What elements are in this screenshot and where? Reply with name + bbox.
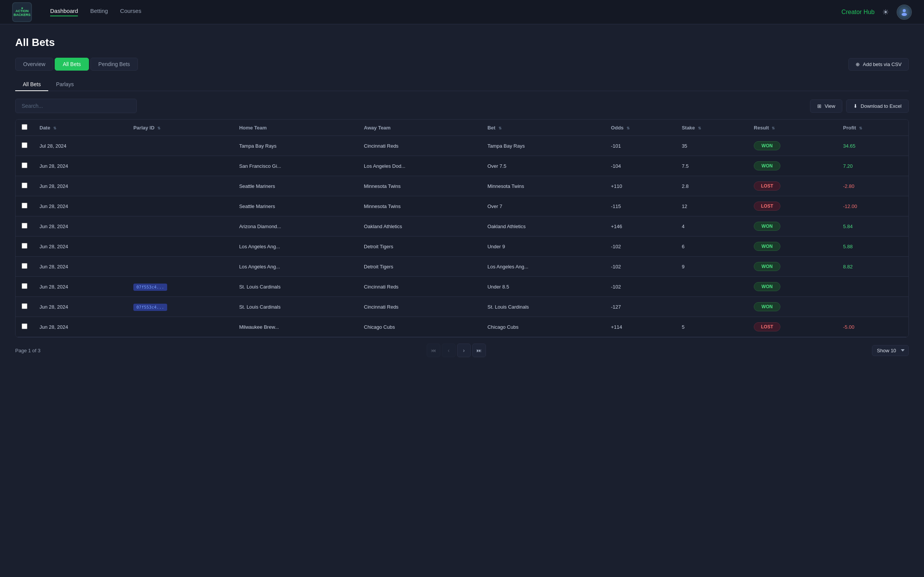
- row-date: Jun 28, 2024: [34, 237, 127, 256]
- result-badge: WON: [754, 302, 780, 311]
- row-profit: 7.20: [837, 156, 908, 176]
- logo: ★ ACTION BACKERS: [12, 2, 32, 22]
- row-bet: St. Louis Cardinals: [481, 297, 605, 317]
- next-page-button[interactable]: ›: [457, 343, 471, 357]
- row-odds: +114: [605, 317, 675, 337]
- table-row: Jun 28, 2024 07f553c4... St. Louis Cardi…: [16, 297, 908, 317]
- add-csv-button[interactable]: ⊕ Add bets via CSV: [848, 58, 909, 71]
- row-checkbox[interactable]: [22, 263, 27, 269]
- row-profit: -2.80: [837, 176, 908, 196]
- row-checkbox[interactable]: [22, 223, 27, 229]
- row-checkbox[interactable]: [22, 324, 27, 329]
- table-row: Jun 28, 2024 Arizona Diamond... Oakland …: [16, 216, 908, 237]
- nav-dashboard[interactable]: Dashboard: [50, 8, 78, 16]
- row-home-team: Tampa Bay Rays: [233, 136, 357, 156]
- row-checkbox-cell: [16, 216, 34, 237]
- table-row: Jun 28, 2024 San Francisco Gi... Los Ang…: [16, 156, 908, 176]
- nav-betting[interactable]: Betting: [90, 8, 108, 16]
- row-checkbox[interactable]: [22, 283, 27, 289]
- row-parlay-id: [127, 136, 233, 156]
- row-result: WON: [748, 237, 837, 256]
- download-excel-button[interactable]: ⬇ Download to Excel: [846, 100, 909, 113]
- result-badge: WON: [754, 141, 780, 150]
- row-stake: 35: [675, 136, 748, 156]
- select-all-checkbox[interactable]: [22, 124, 27, 130]
- result-badge: LOST: [754, 322, 780, 331]
- row-result: WON: [748, 136, 837, 156]
- bet-sort-icon: ⇅: [499, 126, 501, 130]
- sub-tab-parlays[interactable]: Parlays: [48, 78, 81, 91]
- tab-all-bets[interactable]: All Bets: [55, 58, 89, 71]
- date-sort-icon: ⇅: [53, 126, 56, 130]
- row-away-team: Los Angeles Dod...: [358, 156, 481, 176]
- row-odds: -115: [605, 196, 675, 216]
- row-stake: 5: [675, 317, 748, 337]
- col-bet[interactable]: Bet ⇅: [481, 119, 605, 136]
- row-home-team: Milwaukee Brew...: [233, 317, 357, 337]
- main-content: All Bets Overview All Bets Pending Bets …: [0, 24, 924, 369]
- top-tabs-row: Overview All Bets Pending Bets ⊕ Add bet…: [15, 58, 909, 71]
- col-result[interactable]: Result ⇅: [748, 119, 837, 136]
- show-per-page-select[interactable]: Show 10 Show 25 Show 50: [872, 345, 909, 356]
- first-page-button[interactable]: ⏮: [426, 343, 440, 357]
- view-button[interactable]: ⊞ View: [810, 100, 842, 113]
- table-row: Jun 28, 2024 07f553c4... St. Louis Cardi…: [16, 277, 908, 297]
- col-parlay-id[interactable]: Parlay ID ⇅: [127, 119, 233, 136]
- row-stake: [675, 277, 748, 297]
- row-odds: -104: [605, 156, 675, 176]
- tab-overview[interactable]: Overview: [15, 58, 53, 71]
- row-checkbox[interactable]: [22, 163, 27, 168]
- prev-page-button[interactable]: ‹: [442, 343, 456, 357]
- row-stake: 9: [675, 256, 748, 277]
- row-parlay-id: [127, 176, 233, 196]
- tab-pending-bets[interactable]: Pending Bets: [90, 58, 138, 71]
- col-stake[interactable]: Stake ⇅: [675, 119, 748, 136]
- row-profit: 5.88: [837, 237, 908, 256]
- navbar: ★ ACTION BACKERS Dashboard Betting Cours…: [0, 0, 924, 24]
- download-icon: ⬇: [853, 103, 858, 109]
- row-away-team: Cincinnati Reds: [358, 297, 481, 317]
- row-date: Jun 28, 2024: [34, 196, 127, 216]
- row-stake: [675, 297, 748, 317]
- row-home-team: Los Angeles Ang...: [233, 256, 357, 277]
- row-checkbox[interactable]: [22, 303, 27, 309]
- row-profit: [837, 277, 908, 297]
- row-checkbox[interactable]: [22, 243, 27, 249]
- row-profit: [837, 297, 908, 317]
- sub-tab-all-bets[interactable]: All Bets: [15, 78, 48, 91]
- logo-line2: BACKERS: [14, 13, 31, 17]
- parlay-id-sort-icon: ⇅: [157, 126, 160, 130]
- row-checkbox[interactable]: [22, 142, 27, 148]
- col-profit[interactable]: Profit ⇅: [837, 119, 908, 136]
- svg-point-1: [901, 13, 907, 16]
- row-bet: Los Angeles Ang...: [481, 256, 605, 277]
- row-odds: -102: [605, 237, 675, 256]
- row-checkbox[interactable]: [22, 182, 27, 188]
- row-home-team: Arizona Diamond...: [233, 216, 357, 237]
- table-row: Jun 28, 2024 Milwaukee Brew... Chicago C…: [16, 317, 908, 337]
- row-bet: Oakland Athletics: [481, 216, 605, 237]
- row-stake: 6: [675, 237, 748, 256]
- search-input[interactable]: [15, 99, 137, 113]
- table-row: Jun 28, 2024 Los Angeles Ang... Detroit …: [16, 237, 908, 256]
- row-parlay-id: [127, 256, 233, 277]
- avatar[interactable]: [897, 5, 912, 20]
- theme-toggle-icon[interactable]: ☀: [882, 8, 889, 17]
- row-bet: Over 7: [481, 196, 605, 216]
- creator-hub-link[interactable]: Creator Hub: [842, 9, 875, 16]
- row-parlay-id: [127, 237, 233, 256]
- row-parlay-id: [127, 196, 233, 216]
- row-checkbox[interactable]: [22, 203, 27, 208]
- result-badge: WON: [754, 262, 780, 271]
- row-result: WON: [748, 277, 837, 297]
- row-bet: Under 8.5: [481, 277, 605, 297]
- pagination: Page 1 of 3 ⏮ ‹ › ⏭ Show 10 Show 25 Show…: [15, 337, 909, 357]
- row-home-team: Seattle Mariners: [233, 196, 357, 216]
- toolbar: ⊞ View ⬇ Download to Excel: [15, 99, 909, 113]
- col-odds[interactable]: Odds ⇅: [605, 119, 675, 136]
- last-page-button[interactable]: ⏭: [472, 343, 486, 357]
- col-date[interactable]: Date ⇅: [34, 119, 127, 136]
- row-stake: 2.8: [675, 176, 748, 196]
- table-header-row: Date ⇅ Parlay ID ⇅ Home Team Away Team B: [16, 119, 908, 136]
- nav-courses[interactable]: Courses: [120, 8, 141, 16]
